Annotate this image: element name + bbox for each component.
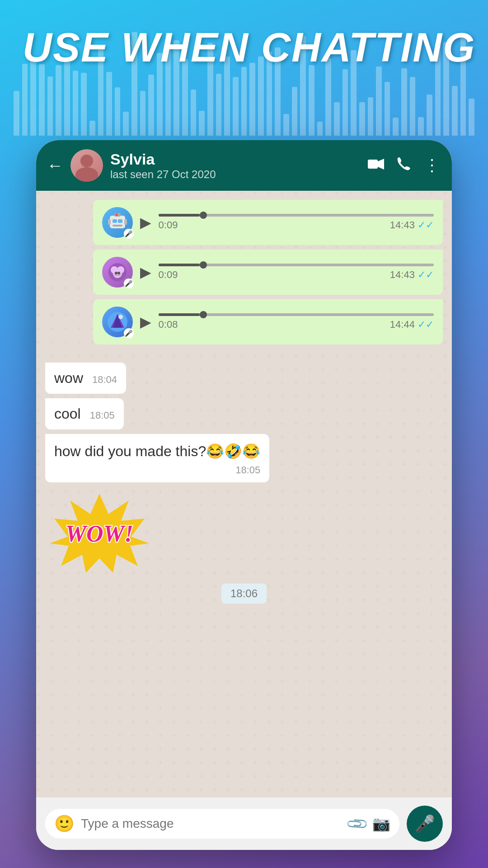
svg-rect-4 <box>108 219 111 225</box>
emoji-button[interactable]: 🙂 <box>54 814 75 833</box>
check-icon-2: ✓✓ <box>418 269 434 280</box>
contact-status: last seen 27 Oct 2020 <box>110 168 361 181</box>
received-message-cool: cool 18:05 <box>45 398 124 429</box>
received-message-wow: wow 18:04 <box>45 363 126 394</box>
voice-time-2: 14:43 ✓✓ <box>390 269 434 281</box>
voice-message-3: 🎤 ▶ 0:08 14:44 ✓✓ <box>93 299 443 344</box>
svg-point-22 <box>118 315 123 319</box>
message-time-cool: 18:05 <box>90 410 115 421</box>
messages-area: 🎤 ▶ 0:09 14:43 ✓✓ <box>36 191 452 797</box>
progress-bar-3 <box>159 313 434 316</box>
play-button-2[interactable]: ▶ <box>140 264 151 281</box>
received-message-how: how did you made this?😂🤣😂 18:05 <box>45 434 269 482</box>
voice-progress-1: 0:09 14:43 ✓✓ <box>159 214 434 231</box>
voice-meta-1: 0:09 14:43 ✓✓ <box>159 219 434 231</box>
camera-button[interactable]: 📷 <box>372 815 390 832</box>
svg-rect-7 <box>118 219 122 223</box>
more-options-icon[interactable]: ⋮ <box>424 156 441 175</box>
message-text-cool: cool <box>54 406 81 422</box>
voice-duration-2: 0:09 <box>159 269 178 281</box>
contact-info: Sylvia last seen 27 Oct 2020 <box>110 151 361 181</box>
svg-point-18 <box>116 274 119 276</box>
sticker-wow-container: WOW! <box>45 487 154 579</box>
voice-time-1: 14:43 ✓✓ <box>390 219 434 231</box>
play-button-3[interactable]: ▶ <box>140 313 151 330</box>
voice-meta-2: 0:09 14:43 ✓✓ <box>159 269 434 281</box>
svg-point-13 <box>113 269 122 278</box>
progress-bar-1 <box>159 214 434 217</box>
svg-marker-1 <box>378 159 384 170</box>
wow-sticker: WOW! <box>50 491 149 573</box>
back-button[interactable]: ← <box>47 156 63 175</box>
check-icon-3: ✓✓ <box>418 319 434 330</box>
message-time-wow: 18:04 <box>92 374 117 386</box>
voice-message-1: 🎤 ▶ 0:09 14:43 ✓✓ <box>93 200 443 245</box>
mic-badge-3: 🎤 <box>124 328 134 338</box>
voice-avatar-robot: 🎤 <box>102 207 133 238</box>
svg-point-17 <box>117 272 120 274</box>
message-time-how: 18:05 <box>54 464 260 476</box>
phone-mockup: ← Sylvia last seen 27 Oct 2020 <box>36 140 452 850</box>
page-header-title: USE WHEN CHATTING <box>23 27 475 68</box>
video-call-icon[interactable] <box>368 157 384 174</box>
svg-rect-6 <box>113 219 117 223</box>
svg-rect-0 <box>368 160 378 169</box>
input-bar: 🙂 📎 📷 🎤 <box>36 797 452 850</box>
time-divider: 18:06 <box>221 584 267 604</box>
voice-progress-3: 0:08 14:44 ✓✓ <box>159 313 434 330</box>
progress-bar-2 <box>159 264 434 266</box>
attach-button[interactable]: 📎 <box>344 811 369 836</box>
play-button-1[interactable]: ▶ <box>140 214 151 231</box>
svg-rect-5 <box>124 219 127 225</box>
voice-message-2: 🎤 ▶ 0:09 14:43 ✓✓ <box>93 250 443 295</box>
mic-badge-2: 🎤 <box>124 278 134 288</box>
mic-send-icon: 🎤 <box>415 814 435 833</box>
mic-send-button[interactable]: 🎤 <box>407 806 443 842</box>
contact-name: Sylvia <box>110 151 361 168</box>
voice-time-3: 14:44 ✓✓ <box>390 319 434 330</box>
mic-badge-1: 🎤 <box>124 229 134 239</box>
contact-avatar[interactable] <box>70 149 103 182</box>
message-text-how: how did you made this?😂🤣😂 <box>54 441 260 462</box>
voice-duration-1: 0:09 <box>159 219 178 231</box>
voice-duration-3: 0:08 <box>159 319 178 330</box>
message-input[interactable] <box>81 816 342 831</box>
svg-point-16 <box>115 272 117 274</box>
phone-call-icon[interactable] <box>397 156 411 175</box>
chat-header: ← Sylvia last seen 27 Oct 2020 <box>36 140 452 191</box>
voice-avatar-sheep: 🎤 <box>102 257 133 288</box>
input-wrapper: 🙂 📎 📷 <box>45 809 399 839</box>
svg-text:WOW!: WOW! <box>66 521 133 547</box>
svg-rect-8 <box>113 225 122 226</box>
voice-progress-2: 0:09 14:43 ✓✓ <box>159 264 434 281</box>
voice-meta-3: 0:08 14:44 ✓✓ <box>159 319 434 330</box>
message-text-wow: wow <box>54 370 83 387</box>
check-icon-1: ✓✓ <box>418 219 434 231</box>
voice-avatar-mountain: 🎤 <box>102 307 133 337</box>
svg-point-9 <box>115 213 118 216</box>
chat-app: ← Sylvia last seen 27 Oct 2020 <box>36 140 452 850</box>
header-actions: ⋮ <box>368 156 441 175</box>
